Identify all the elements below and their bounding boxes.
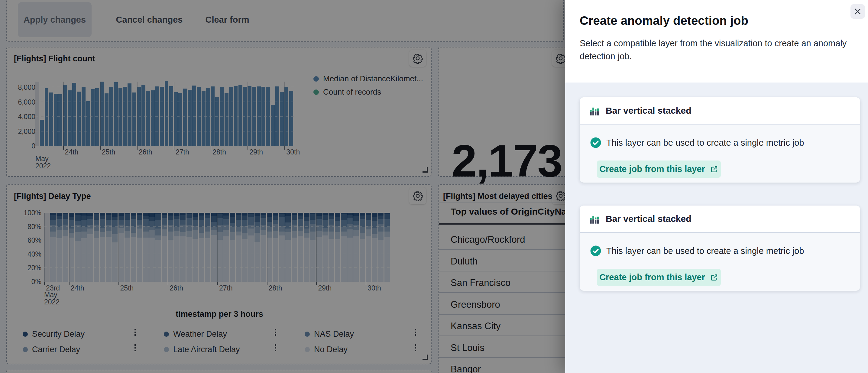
flyout-subtitle: Select a compatible layer from the visua… xyxy=(580,37,852,63)
close-x-icon xyxy=(854,7,862,15)
flyout-close-button[interactable] xyxy=(850,4,865,19)
bar-vertical-stacked-icon xyxy=(589,213,600,224)
check-in-circle-icon xyxy=(590,245,601,257)
layer-card-title: Bar vertical stacked xyxy=(606,214,691,224)
flyout-title: Create anomaly detection job xyxy=(580,14,748,28)
layer-card-header: Bar vertical stacked xyxy=(580,97,860,125)
kibana-dashboard-screen: Apply changes Cancel changes Clear form … xyxy=(0,0,868,373)
create-job-label: Create job from this layer xyxy=(599,272,705,282)
bar-vertical-stacked-icon xyxy=(589,105,600,116)
compatibility-row: This layer can be used to create a singl… xyxy=(590,137,804,148)
layer-card: Bar vertical stackedThis layer can be us… xyxy=(580,206,860,291)
create-job-label: Create job from this layer xyxy=(599,164,705,174)
compatibility-text: This layer can be used to create a singl… xyxy=(606,138,804,148)
external-link-icon xyxy=(710,165,718,174)
compatibility-text: This layer can be used to create a singl… xyxy=(606,246,804,256)
layer-card-title: Bar vertical stacked xyxy=(606,105,691,116)
create-job-from-layer-button[interactable]: Create job from this layer xyxy=(597,160,721,178)
create-anomaly-job-flyout: Create anomaly detection job Select a co… xyxy=(565,0,868,373)
compatibility-row: This layer can be used to create a singl… xyxy=(590,245,804,257)
external-link-icon xyxy=(710,273,718,282)
layer-card: Bar vertical stackedThis layer can be us… xyxy=(580,97,860,183)
create-job-from-layer-button[interactable]: Create job from this layer xyxy=(597,269,721,286)
layer-card-header: Bar vertical stacked xyxy=(580,206,860,233)
check-in-circle-icon xyxy=(590,137,601,148)
flyout-body: Bar vertical stackedThis layer can be us… xyxy=(565,83,868,373)
